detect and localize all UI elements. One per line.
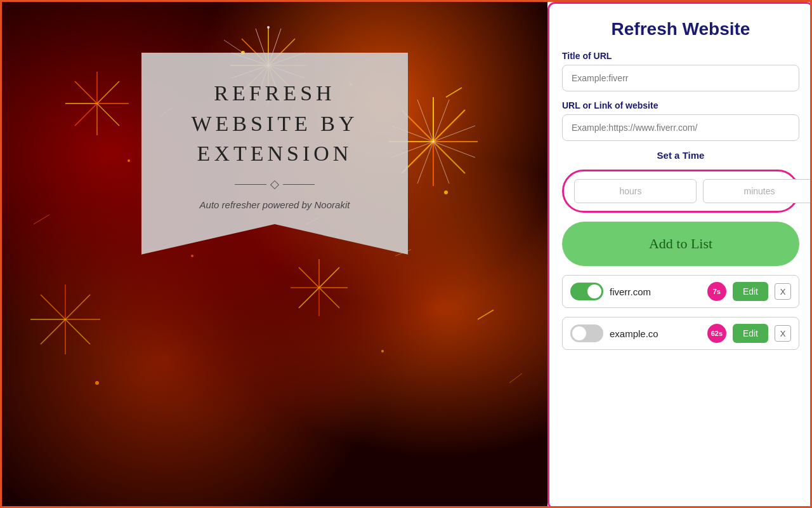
svg-point-57 bbox=[267, 26, 270, 29]
list-item: fiverr.com 7s Edit X bbox=[562, 275, 799, 308]
list-item-name-example: example.co bbox=[610, 328, 701, 339]
toggle-fiverr[interactable] bbox=[570, 283, 603, 300]
svg-line-21 bbox=[75, 104, 97, 126]
set-time-label: Set a Time bbox=[562, 150, 799, 161]
svg-line-71 bbox=[446, 88, 462, 97]
title-of-url-input[interactable] bbox=[562, 65, 799, 91]
close-button-example[interactable]: X bbox=[775, 325, 791, 342]
svg-point-61 bbox=[191, 255, 193, 257]
url-input[interactable] bbox=[562, 114, 799, 141]
svg-line-53 bbox=[299, 288, 319, 308]
svg-line-68 bbox=[478, 310, 494, 319]
add-to-list-button[interactable]: Add to List bbox=[562, 222, 799, 266]
svg-line-25 bbox=[433, 110, 465, 142]
svg-line-17 bbox=[97, 81, 119, 104]
panel-title: Refresh Website bbox=[562, 19, 799, 39]
svg-line-55 bbox=[299, 267, 319, 288]
svg-line-27 bbox=[433, 142, 465, 173]
banner-divider bbox=[160, 182, 389, 188]
toggle-example[interactable] bbox=[570, 324, 603, 342]
svg-line-35 bbox=[433, 142, 449, 184]
svg-line-23 bbox=[75, 81, 97, 104]
title-of-url-section: Title of URL bbox=[562, 51, 799, 91]
banner-body: REFRESH WEBSITE BY EXTENSION Auto refres… bbox=[141, 53, 408, 255]
svg-line-64 bbox=[224, 40, 243, 53]
divider-line-left bbox=[235, 184, 266, 185]
banner-subtitle: Auto refresher powered by Noorakit bbox=[160, 199, 389, 210]
edit-button-example[interactable]: Edit bbox=[733, 324, 768, 343]
svg-point-62 bbox=[381, 350, 384, 352]
svg-line-39 bbox=[417, 100, 433, 142]
svg-line-69 bbox=[34, 215, 49, 224]
svg-line-19 bbox=[97, 104, 119, 126]
left-panel: REFRESH WEBSITE BY EXTENSION Auto refres… bbox=[2, 2, 547, 508]
svg-point-59 bbox=[128, 159, 130, 162]
svg-line-51 bbox=[319, 288, 339, 308]
svg-line-33 bbox=[433, 126, 475, 142]
svg-line-36 bbox=[417, 142, 433, 184]
banner: REFRESH WEBSITE BY EXTENSION Auto refres… bbox=[141, 53, 408, 255]
svg-point-60 bbox=[444, 190, 448, 194]
time-badge-example: 62s bbox=[707, 324, 726, 343]
edit-button-fiverr[interactable]: Edit bbox=[733, 282, 768, 301]
svg-line-41 bbox=[65, 295, 90, 319]
divider-diamond bbox=[270, 180, 279, 189]
time-inputs-wrapper bbox=[562, 170, 799, 213]
right-panel: Refresh Website Title of URL URL or Link… bbox=[547, 2, 812, 508]
svg-line-70 bbox=[509, 373, 522, 383]
svg-line-49 bbox=[319, 267, 339, 288]
svg-line-47 bbox=[41, 295, 65, 319]
svg-line-32 bbox=[433, 100, 449, 142]
svg-line-34 bbox=[433, 142, 475, 157]
svg-point-63 bbox=[95, 381, 99, 385]
minutes-input[interactable] bbox=[703, 179, 812, 203]
svg-line-43 bbox=[65, 319, 90, 344]
banner-title: REFRESH WEBSITE BY EXTENSION bbox=[160, 78, 389, 169]
list-item-name-fiverr: fiverr.com bbox=[610, 286, 701, 297]
svg-line-45 bbox=[41, 319, 65, 344]
url-label: URL or Link of website bbox=[562, 100, 799, 110]
hours-input[interactable] bbox=[574, 179, 697, 203]
title-of-url-label: Title of URL bbox=[562, 51, 799, 61]
list-item: example.co 62s Edit X bbox=[562, 317, 799, 350]
divider-line-right bbox=[283, 184, 315, 185]
time-badge-fiverr: 7s bbox=[707, 282, 726, 301]
close-button-fiverr[interactable]: X bbox=[775, 283, 791, 300]
url-section: URL or Link of website bbox=[562, 100, 799, 141]
